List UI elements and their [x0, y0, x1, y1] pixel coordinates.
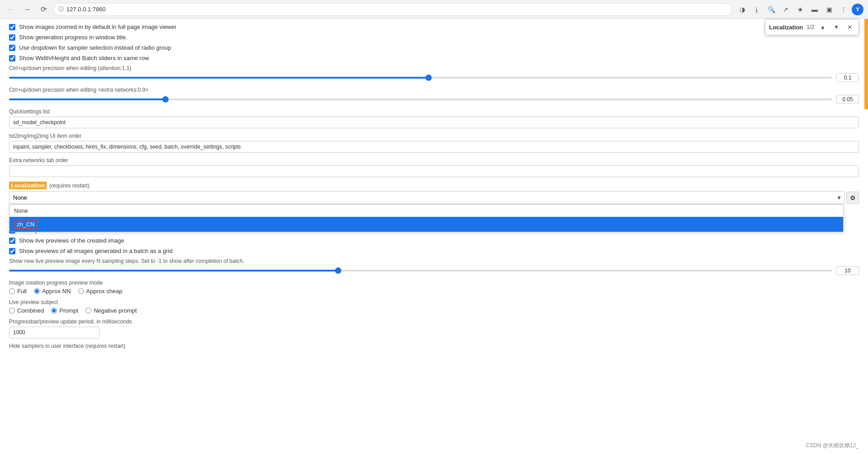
extra-networks-section: Extra networks tab order — [9, 157, 859, 177]
ui-order-section: txt2img/img2img UI item order — [9, 133, 859, 153]
slider-attention-label: Ctrl+up/down precision when editing (att… — [9, 65, 859, 71]
radio-prompt-label: Prompt — [59, 307, 78, 314]
quicksettings-input[interactable] — [9, 117, 859, 128]
hide-samplers-text: Hide samplers in user interface (require… — [9, 343, 125, 349]
live-preview-subject-radio-group: Combined Prompt Negative prompt — [9, 307, 859, 314]
progress-slider-track[interactable] — [9, 270, 832, 271]
preview-mode-radio-group: Full Approx NN Approx cheap — [9, 288, 859, 295]
avatar: Y — [852, 4, 863, 15]
slider-extra-value[interactable]: 0.05 — [836, 95, 859, 104]
checkbox-label-batch-grid: Show previews of all images generated in… — [19, 248, 173, 254]
radio-combined[interactable]: Combined — [9, 307, 44, 314]
localization-select[interactable]: None zh_CN — [9, 191, 844, 204]
checkbox-label-dropdown-sampler: Use dropdown for sampler selection inste… — [19, 44, 171, 51]
find-next-button[interactable]: ▼ — [831, 22, 841, 32]
extension-icon[interactable]: ◑ — [736, 3, 749, 16]
tab-icon[interactable]: ▣ — [823, 3, 835, 16]
extra-networks-input[interactable] — [9, 165, 859, 177]
checkbox-row-2: Show generation progress in window title… — [9, 34, 859, 41]
zh-cn-highlight-text: zh_CN — [14, 220, 38, 229]
address-lock-icon: ⓘ — [58, 5, 64, 13]
localization-highlight: Localization — [9, 182, 47, 189]
progress-slider-value[interactable]: 10 — [836, 266, 859, 275]
slider-extra-track[interactable] — [9, 98, 832, 100]
checkbox-progress-title[interactable] — [9, 34, 15, 41]
radio-prompt-input[interactable] — [51, 308, 57, 314]
radio-approx-cheap-input[interactable] — [78, 288, 84, 294]
radio-prompt[interactable]: Prompt — [51, 307, 78, 314]
radio-negative-prompt-label: Negative prompt — [94, 307, 137, 314]
radio-full-label: Full — [17, 288, 27, 295]
slider-attention-thumb[interactable] — [425, 75, 432, 81]
live-preview-subject-label: Live preview subject — [9, 299, 859, 305]
localization-gear-button[interactable]: ⚙ — [846, 192, 859, 204]
back-button[interactable]: ← — [5, 3, 17, 16]
quicksettings-label: Quicksettings list — [9, 108, 859, 115]
checkbox-batch-grid[interactable] — [9, 248, 15, 254]
radio-approx-cheap-label: Approx cheap — [86, 288, 123, 295]
preview-mode-section: Image creation progress preview mode Ful… — [9, 280, 859, 295]
radio-full[interactable]: Full — [9, 288, 27, 295]
dropdown-item-none[interactable]: None — [9, 205, 843, 217]
progressbar-period-section: Progressbar/preview update period, in mi… — [9, 318, 859, 338]
radio-negative-prompt-input[interactable] — [85, 308, 91, 314]
checkbox-label-fullpage-zoom: Show images zoomed in by default in full… — [19, 23, 176, 30]
find-counter: 1/2 — [807, 24, 814, 30]
radio-approx-nn-label: Approx NN — [42, 288, 71, 295]
slider-attention-fill — [9, 77, 429, 79]
find-close-button[interactable]: ✕ — [845, 22, 855, 32]
address-text: 127.0.0.1:7860 — [66, 6, 106, 13]
checkbox-label-progress-title: Show generation progress in window title… — [19, 34, 127, 41]
sidebar-yellow-bar — [864, 19, 868, 109]
downloads-icon[interactable]: ⭳ — [750, 3, 763, 16]
slider-attention-value[interactable]: 0.1 — [836, 73, 859, 82]
find-widget: Localization 1/2 ▲ ▼ ✕ — [765, 19, 859, 35]
slider-attention-track[interactable] — [9, 77, 832, 79]
radio-combined-label: Combined — [17, 307, 44, 314]
ui-order-input[interactable] — [9, 141, 859, 153]
hide-samplers-label: Hide samplers in user interface (require… — [9, 343, 859, 349]
slider-extra-fill — [9, 98, 165, 100]
share-icon[interactable]: ↗ — [779, 3, 792, 16]
radio-approx-nn[interactable]: Approx NN — [34, 288, 71, 295]
checkbox-row-3: Use dropdown for sampler selection inste… — [9, 44, 859, 51]
progress-slider-label: Show new live preview image every N samp… — [9, 258, 859, 264]
slider-extra-section: Ctrl+up/down precision when editing <ext… — [9, 87, 859, 104]
radio-approx-nn-input[interactable] — [34, 288, 40, 294]
quicksettings-section: Quicksettings list — [9, 108, 859, 128]
checkbox-dropdown-sampler[interactable] — [9, 45, 15, 51]
progressbar-period-input[interactable] — [9, 327, 99, 338]
slider-attention-section: Ctrl+up/down precision when editing (att… — [9, 65, 859, 82]
menu-icon[interactable]: ⋮ — [837, 3, 850, 16]
progress-slider-thumb[interactable] — [335, 267, 341, 274]
dropdown-item-zh-cn[interactable]: zh_CN — [9, 217, 843, 232]
localization-select-wrapper: None zh_CN ▼ ⚙ — [9, 191, 859, 204]
checkbox-row-batch-grid: Show previews of all images generated in… — [9, 248, 859, 254]
progress-slider-fill — [9, 270, 338, 271]
slider-extra-row: 0.05 — [9, 95, 859, 104]
radio-negative-prompt[interactable]: Negative prompt — [85, 307, 137, 314]
radio-full-input[interactable] — [9, 288, 15, 294]
checkbox-label-width-height-batch: Show Width/Height and Batch sliders in s… — [19, 55, 149, 61]
ui-order-label: txt2img/img2img UI item order — [9, 133, 859, 139]
radio-approx-cheap[interactable]: Approx cheap — [78, 288, 123, 295]
slider-extra-thumb[interactable] — [162, 96, 169, 103]
progressbar-period-label: Progressbar/preview update period, in mi… — [9, 318, 859, 325]
radio-combined-input[interactable] — [9, 308, 15, 314]
address-bar[interactable]: ⓘ 127.0.0.1:7860 — [53, 3, 732, 16]
zoom-icon[interactable]: 🔍 — [765, 3, 778, 16]
preview-mode-label: Image creation progress preview mode — [9, 280, 859, 286]
checkbox-fullpage-zoom[interactable] — [9, 24, 15, 30]
reload-button[interactable]: ⟳ — [37, 3, 50, 16]
localization-note: (requires restart) — [49, 183, 90, 189]
checkbox-width-height-batch[interactable] — [9, 55, 15, 61]
extensions-icon[interactable]: ▬ — [808, 3, 821, 16]
checkbox-live-preview[interactable] — [9, 238, 15, 244]
bookmark-icon[interactable]: ★ — [794, 3, 807, 16]
checkbox-row-4: Show Width/Height and Batch sliders in s… — [9, 55, 859, 61]
forward-button[interactable]: → — [21, 3, 33, 16]
find-prev-button[interactable]: ▲ — [818, 22, 828, 32]
find-label: Localization — [769, 24, 803, 31]
browser-icons: ◑ ⭳ 🔍 ↗ ★ ▬ ▣ ⋮ Y — [736, 3, 863, 16]
checkbox-label-live-preview: Show live previews of the created image — [19, 237, 124, 244]
